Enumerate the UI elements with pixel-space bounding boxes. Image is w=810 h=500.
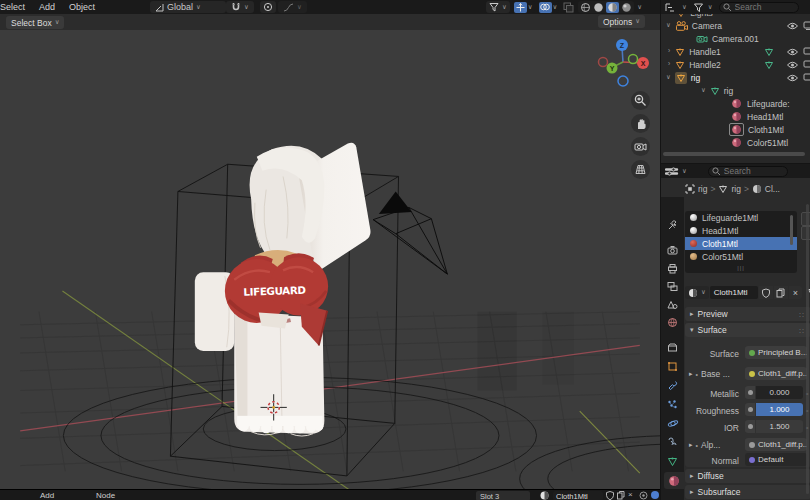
navigation-gizmo[interactable]: Z X Y (596, 34, 652, 90)
metallic-slider[interactable]: 0.000 (756, 386, 803, 399)
outliner-row-handle2[interactable]: › Handle2 (661, 58, 810, 71)
properties-scrollbar[interactable] (806, 204, 809, 494)
unlink-button[interactable]: × (789, 286, 802, 299)
outliner-row-lifeguarde-mtl[interactable]: Lifeguarde: (661, 97, 810, 110)
tab-view-layer[interactable] (664, 278, 681, 295)
material-name-field[interactable]: Cloth1Mtl (710, 286, 758, 299)
tab-scene[interactable] (664, 296, 681, 313)
tab-data[interactable] (664, 453, 681, 470)
material-preview-ball-icon[interactable] (651, 491, 659, 499)
outliner-row-camera-data[interactable]: Camera.001 (661, 32, 810, 45)
ior-slider[interactable]: 1.500 (756, 420, 803, 433)
material-browse-dropdown[interactable]: ∨ (685, 286, 709, 299)
unlink-icon[interactable]: × (628, 490, 633, 499)
outliner-row-color51mtl[interactable]: Color51Mtl (661, 136, 810, 149)
surface-shader-dropdown[interactable]: Principled B... (745, 346, 807, 359)
gizmo-minus-x-axis[interactable] (599, 58, 608, 67)
shader-material-name-field[interactable]: Cloth1Mtl (553, 491, 603, 500)
screen-visibility-icon[interactable] (803, 47, 810, 56)
roughness-slider[interactable]: 1.000 (756, 403, 803, 416)
tab-constraints[interactable] (664, 434, 681, 451)
base-color-texture-dropdown[interactable]: Cloth1_diff.p... (745, 367, 807, 380)
tab-tool[interactable] (664, 217, 681, 234)
pan-button[interactable] (631, 114, 650, 133)
menu-object[interactable]: Object (62, 0, 102, 14)
outliner-editor-type-icon[interactable] (665, 2, 678, 13)
shield-icon[interactable] (606, 491, 614, 500)
tab-collection[interactable] (664, 339, 681, 356)
shader-menu-node[interactable]: Node (96, 491, 115, 500)
screen-visibility-icon[interactable] (803, 60, 810, 69)
outliner-row-rig-data[interactable]: ∨ rig (661, 84, 810, 97)
tab-render[interactable] (664, 242, 681, 259)
copy-icon[interactable] (617, 491, 625, 500)
surface-panel-header[interactable]: ▾Surface :: (685, 323, 810, 337)
shader-slot-dropdown[interactable]: Slot 3 (476, 491, 530, 500)
slot-cloth1mtl-selected[interactable]: Cloth1Mtl (685, 237, 797, 250)
slot-color51mtl[interactable]: Color51Mtl (685, 250, 797, 263)
eye-icon[interactable] (787, 61, 798, 69)
diffuse-panel-header[interactable]: ▸Diffuse (685, 469, 810, 483)
tab-output[interactable] (664, 260, 681, 277)
shading-wireframe-icon[interactable] (580, 2, 591, 13)
gizmos-dropdown[interactable]: ∨ (512, 1, 535, 13)
ortho-toggle-button[interactable] (631, 160, 650, 179)
base-color-row-left[interactable]: ▸• Base ... (689, 369, 730, 379)
slot-head1mtl[interactable]: Head1Mtl (685, 224, 797, 237)
normal-dropdown[interactable]: Default (745, 453, 807, 466)
outliner-row-handle1[interactable]: › Handle1 (661, 45, 810, 58)
snapping-dropdown[interactable]: ∨ (226, 1, 254, 13)
menu-select[interactable]: Select (0, 0, 32, 14)
fake-user-shield-button[interactable] (759, 286, 773, 299)
subsurface-panel-header[interactable]: ▸Subsurface (685, 485, 810, 499)
outliner-row-rig[interactable]: ∨ rig (661, 71, 810, 84)
tab-modifiers[interactable] (664, 377, 681, 394)
slot-list-scrollbar[interactable] (790, 215, 793, 245)
alpha-texture-dropdown[interactable]: Cloth1_diff.p... (745, 438, 807, 451)
breadcrumb-data[interactable]: rig (731, 184, 740, 194)
gizmo-minus-z-axis[interactable] (618, 76, 628, 86)
shading-material-preview-active[interactable] (606, 2, 619, 13)
eye-icon[interactable] (787, 22, 798, 30)
gizmo-minus-y-axis[interactable] (629, 55, 638, 64)
proportional-editing-toggle[interactable] (260, 1, 276, 13)
outliner-filter-icon[interactable] (693, 2, 704, 13)
camera-view-button[interactable] (631, 137, 650, 156)
zoom-button[interactable] (631, 91, 650, 110)
menu-add[interactable]: Add (32, 0, 62, 14)
screen-visibility-icon[interactable] (803, 21, 810, 30)
tab-material-active[interactable] (664, 472, 684, 489)
viewport-options-dropdown[interactable]: Options ∨ (598, 15, 645, 28)
eye-icon[interactable] (787, 74, 798, 82)
tab-object[interactable] (664, 358, 681, 375)
shader-menu-add[interactable]: Add (40, 491, 54, 500)
copy-datablock-button[interactable] (774, 286, 788, 299)
screen-visibility-icon[interactable] (803, 73, 810, 82)
preview-panel-header[interactable]: ▸Preview :: (685, 307, 810, 321)
properties-search[interactable] (708, 166, 788, 177)
alpha-row-left[interactable]: ▸• Alp... (689, 440, 720, 450)
outliner-hscrollbar[interactable] (663, 152, 805, 156)
transform-orientation-dropdown[interactable]: Global ∨ (150, 1, 226, 13)
outliner-row-head1mtl[interactable]: Head1Mtl (661, 110, 810, 123)
tabs-overflow-chevron[interactable]: ∨ (664, 495, 681, 500)
eye-icon[interactable] (787, 48, 798, 56)
overlays-dropdown[interactable]: ∨ (537, 1, 560, 13)
breadcrumb-material[interactable]: Cl... (765, 184, 780, 194)
slot-list-grip[interactable]: ||| (685, 263, 797, 272)
xray-toggle-icon[interactable] (563, 2, 574, 13)
camera-object[interactable] (373, 191, 447, 274)
outliner-search[interactable] (719, 2, 799, 13)
outliner-row-cloth1mtl[interactable]: Cloth1Mtl (661, 123, 810, 136)
viewport-canvas[interactable]: LIFEGUARD (0, 30, 660, 490)
active-tool-dropdown[interactable]: Select Box ∨ (6, 16, 64, 29)
shading-solid-icon[interactable] (593, 2, 604, 13)
proportional-falloff-dropdown[interactable]: ∨ (278, 1, 307, 13)
properties-editor-type-icon[interactable] (665, 166, 679, 177)
outliner-row-camera[interactable]: ∨ Camera (661, 19, 810, 32)
tab-particles[interactable] (664, 396, 681, 413)
breadcrumb-object[interactable]: rig (698, 184, 707, 194)
object-visibility-dropdown[interactable]: ∨ (486, 1, 510, 13)
tab-physics[interactable] (664, 415, 681, 432)
pin-icon[interactable] (639, 491, 648, 500)
